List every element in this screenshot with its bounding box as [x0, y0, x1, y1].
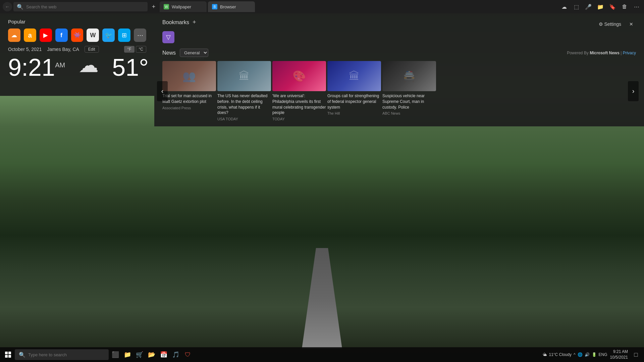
taskbar-music-icon[interactable]: 🎵	[170, 349, 181, 360]
right-panel: Bookmarks + ▽ News General Powered By Mi…	[154, 13, 644, 126]
volume-icon[interactable]: 🔊	[585, 352, 590, 357]
news-img-supreme-bg: 🚔	[382, 61, 436, 91]
keyboard-layout: ENG	[599, 352, 607, 357]
show-hidden-icon[interactable]: ^	[574, 352, 576, 357]
network-icon[interactable]: 🌐	[578, 352, 583, 357]
popular-icon-amazon[interactable]: a	[24, 28, 36, 42]
news-source-supreme: ABC News	[382, 111, 436, 115]
toolbar-mic-icon[interactable]: 🎤	[584, 2, 593, 11]
windows-logo-icon	[5, 352, 11, 358]
taskbar-search-input[interactable]	[28, 352, 105, 357]
popular-icon-facebook[interactable]: f	[55, 28, 68, 42]
taskbar-calendar-icon[interactable]: 📅	[158, 349, 169, 360]
weather-temp-text: 11°C Cloudy	[549, 352, 572, 357]
edit-location-button[interactable]: Edit	[85, 46, 99, 53]
taskbar-explorer-icon[interactable]: 📂	[146, 349, 157, 360]
news-img-inspector-bg: 🏛	[327, 61, 381, 91]
taskbar-search-box[interactable]: 🔍	[15, 349, 109, 360]
search-bar[interactable]: 🔍	[13, 2, 148, 11]
temp-f-button[interactable]: °F	[124, 46, 134, 53]
time-display-container: 9:21AM	[8, 55, 65, 79]
weather-icon: ☁	[78, 55, 99, 75]
temperature-display: 51°	[112, 55, 149, 79]
toolbar-folder-icon[interactable]: 📁	[596, 2, 605, 11]
weather-panel: 9:21AM ☁ 51° Date 10/5/2021 RealFeel 51°…	[0, 55, 154, 96]
news-card-inspector[interactable]: 🏛 Groups call for strengthening of feder…	[327, 61, 381, 121]
news-header: News General Powered By Microsoft News |…	[162, 49, 636, 57]
task-view-button[interactable]: ⬛	[110, 349, 121, 360]
clock-date: 10/5/2021	[610, 355, 628, 360]
toolbar-delete-icon[interactable]: 🗑	[620, 2, 629, 11]
bookmarks-title: Bookmarks	[162, 19, 189, 25]
toolbar-more-icon[interactable]: ⋯	[632, 2, 641, 11]
show-desktop-button[interactable]: □	[631, 349, 641, 360]
bookmarks-list: ▽	[162, 31, 636, 43]
news-img-supreme: 🚔	[382, 61, 436, 91]
powered-by-brand: Microsoft News	[590, 51, 620, 55]
tab-label-wallpaper: Wallpaper	[172, 4, 191, 9]
taskbar-store-icon[interactable]: 🛒	[134, 349, 145, 360]
settings-button[interactable]: ⚙ Settings	[596, 20, 624, 28]
popular-icon-youtube[interactable]: ▶	[40, 28, 52, 42]
news-img-congress: 🏛	[217, 61, 271, 91]
tab-favicon-wallpaper: W	[164, 4, 169, 9]
toolbar-screen-icon[interactable]: ⬚	[572, 2, 581, 11]
start-button[interactable]	[3, 349, 13, 360]
system-tray: 🌥 11°C Cloudy ^ 🌐 🔊 🔋 ENG 9:21 AM 10/5/2…	[543, 349, 641, 360]
date-text: October 5, 2021	[8, 47, 42, 52]
popular-icon-cloudflare[interactable]: ☁	[8, 28, 20, 42]
close-panel-button[interactable]: ✕	[627, 20, 636, 28]
powered-by: Powered By Microsoft News | Privacy	[567, 51, 636, 55]
clock-area[interactable]: 9:21 AM 10/5/2021	[610, 349, 628, 360]
bookmarks-header: Bookmarks +	[162, 19, 636, 26]
taskbar-search-icon: 🔍	[19, 352, 25, 358]
news-title-inspector: Groups call for strengthening of federal…	[327, 93, 381, 110]
add-tab-button[interactable]: +	[149, 2, 158, 11]
powered-by-label: Powered By	[567, 51, 589, 55]
news-prev-button[interactable]: ‹	[157, 81, 168, 101]
temp-c-button[interactable]: °C	[136, 46, 146, 53]
news-next-button[interactable]: ›	[628, 81, 639, 101]
news-img-congress-bg: 🏛	[217, 61, 271, 91]
news-source-gaetz: Associated Press	[162, 106, 216, 110]
popular-title: Popular	[8, 19, 146, 24]
taskbar-files-icon[interactable]: 📁	[122, 349, 133, 360]
bookmark-item-1[interactable]: ▽	[162, 31, 174, 43]
taskbar-security-icon[interactable]: 🛡	[182, 349, 193, 360]
news-card-congress[interactable]: 🏛 The US has never defaulted before. In …	[217, 61, 271, 121]
news-card-philly[interactable]: 🎨 'We are universal': Philadelphia unvei…	[272, 61, 326, 121]
news-title-gaetz: Trial set for man accused in Matt Gaetz …	[162, 93, 216, 105]
clock-time: 9:21 AM	[610, 349, 628, 355]
panel-controls: ⚙ Settings ✕	[596, 20, 636, 28]
news-img-philly: 🎨	[272, 61, 326, 91]
popular-icons: ☁ a ▶ f 👾 W 🐦 ⊞ ⋯	[8, 28, 146, 42]
battery-icon[interactable]: 🔋	[592, 352, 597, 357]
news-title-supreme: Suspicious vehicle near Supreme Court, m…	[382, 93, 436, 110]
tab-browser[interactable]: B Browser	[208, 1, 255, 12]
sys-tray-area: 🌥 11°C Cloudy ^ 🌐 🔊 🔋 ENG	[543, 352, 607, 357]
news-source-philly: TODAY	[272, 117, 326, 121]
location-text: James Bay, CA	[47, 47, 79, 52]
taskbar: 🔍 ⬛ 📁 🛒 📂 📅 🎵 🛡 🌥 11°C Cloudy ^ 🌐 🔊 🔋 EN…	[0, 347, 644, 362]
search-icon: 🔍	[17, 4, 23, 10]
popular-icon-twitter[interactable]: 🐦	[102, 28, 115, 42]
search-input[interactable]	[26, 4, 144, 9]
browser-chrome: ← 🔍 + W Wallpaper B Browser ☁ ⬚ 🎤 📁 🔖 🗑 …	[0, 0, 644, 13]
popular-icon-more[interactable]: ⋯	[134, 28, 146, 42]
privacy-link[interactable]: Privacy	[623, 51, 636, 55]
add-bookmark-button[interactable]: +	[193, 19, 196, 26]
popular-icon-msn[interactable]: ⊞	[118, 28, 130, 42]
news-card-supreme[interactable]: 🚔 Suspicious vehicle near Supreme Court,…	[382, 61, 436, 121]
toolbar-bookmark-icon[interactable]: 🔖	[608, 2, 617, 11]
news-cards-list: 👥 Trial set for man accused in Matt Gaet…	[162, 61, 436, 121]
news-card-gaetz[interactable]: 👥 Trial set for man accused in Matt Gaet…	[162, 61, 216, 121]
toolbar-cloud-icon[interactable]: ☁	[559, 2, 569, 11]
news-category-select[interactable]: General	[180, 49, 208, 57]
tab-wallpaper[interactable]: W Wallpaper	[160, 1, 207, 12]
popular-icon-wikipedia[interactable]: W	[87, 28, 99, 42]
news-section: News General Powered By Microsoft News |…	[162, 49, 636, 121]
browser-back-icon[interactable]: ←	[3, 2, 12, 11]
news-title-congress: The US has never defaulted before. In th…	[217, 93, 271, 116]
popular-icon-reddit[interactable]: 👾	[71, 28, 84, 42]
time-value: 9:21	[8, 54, 55, 81]
